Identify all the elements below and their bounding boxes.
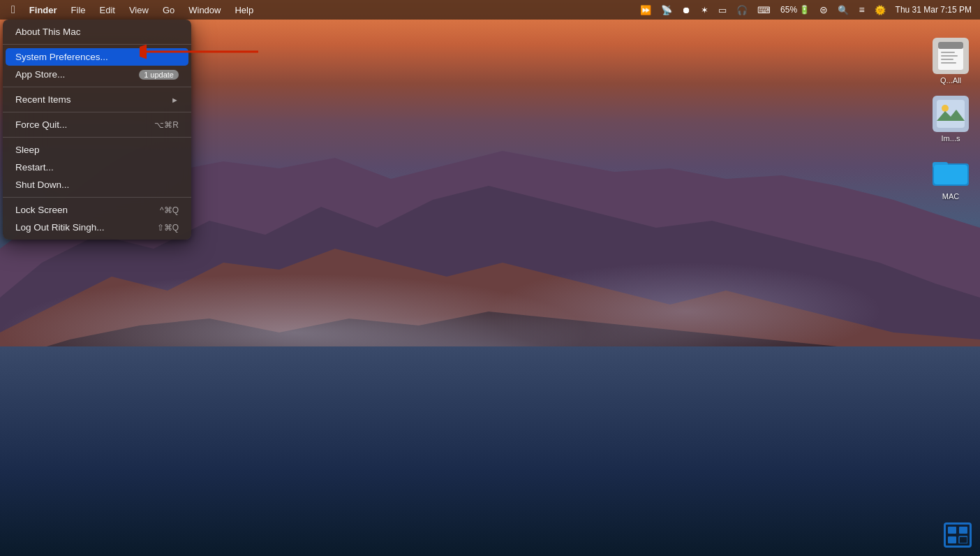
fast-forward-icon[interactable]: ⏩	[637, 3, 654, 17]
desktop-icon-2[interactable]: MAC	[930, 151, 972, 203]
search-icon[interactable]: 🔍	[835, 3, 852, 17]
desktop-icons-container: Q...All Im...s MAC	[930, 35, 972, 203]
menu-item-shut-down[interactable]: Shut Down...	[6, 176, 188, 193]
system-prefs-label: System Preferences...	[15, 52, 108, 62]
menubar-edit[interactable]: Edit	[94, 3, 121, 17]
restart-label: Restart...	[15, 162, 54, 173]
svg-rect-11	[941, 62, 956, 64]
about-label: About This Mac	[15, 27, 81, 37]
sleep-label: Sleep	[15, 145, 40, 155]
lock-screen-label: Lock Screen	[15, 205, 68, 215]
svg-rect-8	[941, 52, 955, 53]
menu-item-restart[interactable]: Restart...	[6, 159, 188, 176]
app-store-label: App Store...	[15, 69, 65, 80]
log-out-label: Log Out Ritik Singh...	[15, 222, 105, 233]
menu-item-force-quit[interactable]: Force Quit... ⌥⌘R	[6, 116, 188, 133]
menubar:  Finder File Edit View Go Window Help ⏩…	[0, 0, 980, 20]
battery-status[interactable]: 65% 🔋	[778, 3, 812, 16]
log-out-shortcut: ⇧⌘Q	[157, 223, 179, 233]
menu-item-sleep[interactable]: Sleep	[6, 141, 188, 159]
menu-item-recent-items[interactable]: Recent Items ►	[6, 91, 188, 108]
desktop-icon-label-1: Im...s	[942, 134, 960, 142]
svg-rect-21	[959, 536, 967, 543]
menubar-right: ⏩ 📡 ⏺ ✶ ▭ 🎧 ⌨ 65% 🔋 ⊜ 🔍 ≡ 🌞 Thu 31 Mar 7…	[637, 3, 974, 17]
menu-separator-4	[3, 137, 191, 138]
menu-separator-1	[3, 44, 191, 45]
menubar-go[interactable]: Go	[157, 3, 180, 17]
apple-menu-dropdown: About This Mac System Preferences... App…	[3, 20, 191, 240]
menubar-finder[interactable]: Finder	[24, 3, 63, 17]
control-center-icon[interactable]: ≡	[856, 3, 867, 17]
watermark	[944, 522, 972, 548]
record-icon[interactable]: ⏺	[679, 3, 694, 17]
menu-item-lock-screen[interactable]: Lock Screen ^⌘Q	[6, 201, 188, 219]
menubar-help[interactable]: Help	[229, 3, 259, 17]
svg-rect-9	[941, 55, 958, 57]
force-quit-shortcut: ⌥⌘R	[154, 120, 179, 130]
desktop-icon-0[interactable]: Q...All	[930, 35, 972, 87]
lock-screen-shortcut: ^⌘Q	[160, 205, 179, 215]
svg-rect-12	[937, 100, 965, 128]
headphones-icon[interactable]: 🎧	[734, 3, 750, 17]
chevron-right-icon: ►	[171, 96, 179, 104]
desktop-icon-img-2	[933, 154, 969, 190]
watermark-box	[944, 522, 972, 548]
menu-separator-2	[3, 87, 191, 87]
wifi-icon[interactable]: ⊜	[817, 3, 831, 17]
display-icon[interactable]: ▭	[715, 3, 729, 17]
user-avatar[interactable]: 🌞	[872, 3, 889, 17]
menu-item-system-prefs[interactable]: System Preferences...	[6, 48, 188, 66]
menu-item-app-store[interactable]: App Store... 1 update	[6, 66, 188, 83]
desktop-icon-1[interactable]: Im...s	[930, 93, 972, 145]
menu-item-about[interactable]: About This Mac	[6, 23, 188, 41]
svg-rect-18	[948, 527, 956, 534]
menubar-file[interactable]: File	[66, 3, 91, 17]
menu-separator-5	[3, 197, 191, 198]
recent-items-label: Recent Items	[15, 94, 71, 105]
desktop-icon-label-2: MAC	[942, 192, 959, 200]
clock: Thu 31 Mar 7:15 PM	[893, 3, 974, 16]
force-quit-label: Force Quit...	[15, 119, 67, 130]
bluetooth-icon[interactable]: ✶	[698, 3, 711, 17]
svg-point-13	[942, 105, 949, 112]
airplay-icon[interactable]: 📡	[658, 3, 675, 17]
shut-down-label: Shut Down...	[15, 180, 69, 190]
menubar-view[interactable]: View	[124, 3, 154, 17]
desktop-icon-label-0: Q...All	[940, 76, 961, 85]
menubar-left:  Finder File Edit View Go Window Help	[6, 2, 259, 17]
svg-rect-19	[959, 527, 967, 534]
menu-item-log-out[interactable]: Log Out Ritik Singh... ⇧⌘Q	[6, 219, 188, 236]
desktop-icon-img-0	[933, 38, 969, 74]
menubar-window[interactable]: Window	[183, 3, 226, 17]
ocean	[0, 346, 980, 556]
svg-rect-20	[948, 536, 956, 543]
svg-rect-7	[938, 42, 963, 49]
keyboard-icon[interactable]: ⌨	[755, 3, 773, 17]
desktop-icon-img-1	[933, 96, 969, 132]
svg-rect-10	[941, 59, 953, 60]
menu-separator-3	[3, 112, 191, 112]
update-badge: 1 update	[139, 70, 179, 80]
apple-menu-trigger[interactable]: 	[6, 2, 21, 17]
svg-rect-17	[934, 165, 967, 184]
